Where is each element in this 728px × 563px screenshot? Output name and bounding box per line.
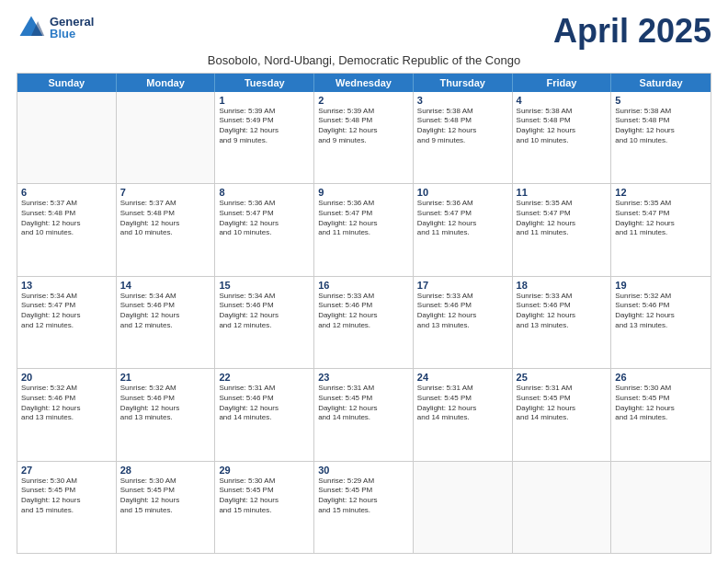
day-info: Sunrise: 5:35 AMSunset: 5:47 PMDaylight:… xyxy=(517,199,608,238)
table-row: 25Sunrise: 5:31 AMSunset: 5:45 PMDayligh… xyxy=(513,369,612,460)
day-number: 20 xyxy=(21,372,112,383)
table-row: 13Sunrise: 5:34 AMSunset: 5:47 PMDayligh… xyxy=(17,277,117,368)
day-info: Sunrise: 5:35 AMSunset: 5:47 PMDaylight:… xyxy=(615,199,707,238)
table-row xyxy=(17,92,117,183)
calendar-week-row: 13Sunrise: 5:34 AMSunset: 5:47 PMDayligh… xyxy=(17,277,711,369)
table-row: 30Sunrise: 5:29 AMSunset: 5:45 PMDayligh… xyxy=(314,462,414,553)
table-row xyxy=(414,462,513,553)
day-info: Sunrise: 5:33 AMSunset: 5:46 PMDaylight:… xyxy=(517,292,608,331)
day-number: 8 xyxy=(219,187,310,198)
day-info: Sunrise: 5:33 AMSunset: 5:46 PMDaylight:… xyxy=(318,292,409,331)
table-row: 22Sunrise: 5:31 AMSunset: 5:46 PMDayligh… xyxy=(215,369,314,460)
day-info: Sunrise: 5:29 AMSunset: 5:45 PMDaylight:… xyxy=(318,477,409,516)
day-info: Sunrise: 5:36 AMSunset: 5:47 PMDaylight:… xyxy=(417,199,508,238)
table-row: 20Sunrise: 5:32 AMSunset: 5:46 PMDayligh… xyxy=(17,369,117,460)
title-block: April 2025 xyxy=(553,13,711,50)
day-info: Sunrise: 5:31 AMSunset: 5:45 PMDaylight:… xyxy=(318,384,409,423)
calendar-header: SundayMondayTuesdayWednesdayThursdayFrid… xyxy=(17,74,711,92)
calendar-week-row: 1Sunrise: 5:39 AMSunset: 5:49 PMDaylight… xyxy=(17,92,711,184)
day-number: 28 xyxy=(120,465,211,476)
table-row: 2Sunrise: 5:39 AMSunset: 5:48 PMDaylight… xyxy=(314,92,414,183)
day-number: 9 xyxy=(318,187,409,198)
day-info: Sunrise: 5:37 AMSunset: 5:48 PMDaylight:… xyxy=(21,199,112,238)
day-number: 30 xyxy=(318,465,409,476)
day-of-week-header: Friday xyxy=(513,74,612,92)
table-row: 23Sunrise: 5:31 AMSunset: 5:45 PMDayligh… xyxy=(314,369,414,460)
day-number: 17 xyxy=(417,280,508,291)
day-info: Sunrise: 5:30 AMSunset: 5:45 PMDaylight:… xyxy=(615,384,707,423)
table-row: 4Sunrise: 5:38 AMSunset: 5:48 PMDaylight… xyxy=(513,92,612,183)
logo-text: General Blue xyxy=(50,16,94,40)
table-row: 26Sunrise: 5:30 AMSunset: 5:45 PMDayligh… xyxy=(611,369,711,460)
day-info: Sunrise: 5:31 AMSunset: 5:45 PMDaylight:… xyxy=(417,384,508,423)
table-row: 28Sunrise: 5:30 AMSunset: 5:45 PMDayligh… xyxy=(117,462,216,553)
table-row: 5Sunrise: 5:38 AMSunset: 5:48 PMDaylight… xyxy=(611,92,711,183)
table-row: 21Sunrise: 5:32 AMSunset: 5:46 PMDayligh… xyxy=(117,369,216,460)
table-row: 6Sunrise: 5:37 AMSunset: 5:48 PMDaylight… xyxy=(17,184,117,275)
day-info: Sunrise: 5:38 AMSunset: 5:48 PMDaylight:… xyxy=(517,107,608,146)
table-row: 15Sunrise: 5:34 AMSunset: 5:46 PMDayligh… xyxy=(215,277,314,368)
calendar: SundayMondayTuesdayWednesdayThursdayFrid… xyxy=(17,73,711,554)
day-of-week-header: Saturday xyxy=(611,74,711,92)
day-info: Sunrise: 5:31 AMSunset: 5:45 PMDaylight:… xyxy=(517,384,608,423)
table-row xyxy=(117,92,216,183)
day-info: Sunrise: 5:32 AMSunset: 5:46 PMDaylight:… xyxy=(21,384,112,423)
day-info: Sunrise: 5:34 AMSunset: 5:47 PMDaylight:… xyxy=(21,292,112,331)
day-number: 15 xyxy=(219,280,310,291)
logo: General Blue xyxy=(17,13,94,42)
header: General Blue April 2025 xyxy=(17,13,711,50)
table-row: 10Sunrise: 5:36 AMSunset: 5:47 PMDayligh… xyxy=(414,184,513,275)
day-info: Sunrise: 5:32 AMSunset: 5:46 PMDaylight:… xyxy=(615,292,707,331)
day-number: 18 xyxy=(517,280,608,291)
table-row: 14Sunrise: 5:34 AMSunset: 5:46 PMDayligh… xyxy=(117,277,216,368)
day-info: Sunrise: 5:36 AMSunset: 5:47 PMDaylight:… xyxy=(219,199,310,238)
day-number: 6 xyxy=(21,187,112,198)
day-of-week-header: Sunday xyxy=(17,74,117,92)
table-row: 24Sunrise: 5:31 AMSunset: 5:45 PMDayligh… xyxy=(414,369,513,460)
day-info: Sunrise: 5:38 AMSunset: 5:48 PMDaylight:… xyxy=(615,107,707,146)
day-number: 25 xyxy=(517,372,608,383)
day-info: Sunrise: 5:38 AMSunset: 5:48 PMDaylight:… xyxy=(417,107,508,146)
day-info: Sunrise: 5:36 AMSunset: 5:47 PMDaylight:… xyxy=(318,199,409,238)
table-row: 29Sunrise: 5:30 AMSunset: 5:45 PMDayligh… xyxy=(215,462,314,553)
day-number: 29 xyxy=(219,465,310,476)
day-info: Sunrise: 5:30 AMSunset: 5:45 PMDaylight:… xyxy=(120,477,211,516)
calendar-body: 1Sunrise: 5:39 AMSunset: 5:49 PMDaylight… xyxy=(17,92,711,553)
month-year: April 2025 xyxy=(553,13,711,50)
day-number: 4 xyxy=(517,95,608,106)
day-number: 22 xyxy=(219,372,310,383)
table-row: 11Sunrise: 5:35 AMSunset: 5:47 PMDayligh… xyxy=(513,184,612,275)
day-info: Sunrise: 5:33 AMSunset: 5:46 PMDaylight:… xyxy=(417,292,508,331)
table-row: 1Sunrise: 5:39 AMSunset: 5:49 PMDaylight… xyxy=(215,92,314,183)
day-number: 10 xyxy=(417,187,508,198)
table-row xyxy=(611,462,711,553)
day-info: Sunrise: 5:37 AMSunset: 5:48 PMDaylight:… xyxy=(120,199,211,238)
page: General Blue April 2025 Bosobolo, Nord-U… xyxy=(0,0,728,563)
day-info: Sunrise: 5:39 AMSunset: 5:49 PMDaylight:… xyxy=(219,107,310,146)
subtitle: Bosobolo, Nord-Ubangi, Democratic Republ… xyxy=(17,53,711,67)
table-row: 3Sunrise: 5:38 AMSunset: 5:48 PMDaylight… xyxy=(414,92,513,183)
day-info: Sunrise: 5:30 AMSunset: 5:45 PMDaylight:… xyxy=(219,477,310,516)
day-number: 5 xyxy=(615,95,707,106)
table-row xyxy=(513,462,612,553)
table-row: 8Sunrise: 5:36 AMSunset: 5:47 PMDaylight… xyxy=(215,184,314,275)
day-number: 1 xyxy=(219,95,310,106)
day-number: 2 xyxy=(318,95,409,106)
day-info: Sunrise: 5:31 AMSunset: 5:46 PMDaylight:… xyxy=(219,384,310,423)
day-of-week-header: Thursday xyxy=(414,74,513,92)
day-of-week-header: Wednesday xyxy=(314,74,414,92)
day-number: 3 xyxy=(417,95,508,106)
day-number: 26 xyxy=(615,372,707,383)
day-number: 11 xyxy=(517,187,608,198)
table-row: 12Sunrise: 5:35 AMSunset: 5:47 PMDayligh… xyxy=(611,184,711,275)
day-number: 12 xyxy=(615,187,707,198)
day-info: Sunrise: 5:32 AMSunset: 5:46 PMDaylight:… xyxy=(120,384,211,423)
day-number: 16 xyxy=(318,280,409,291)
day-number: 7 xyxy=(120,187,211,198)
table-row: 19Sunrise: 5:32 AMSunset: 5:46 PMDayligh… xyxy=(611,277,711,368)
table-row: 16Sunrise: 5:33 AMSunset: 5:46 PMDayligh… xyxy=(314,277,414,368)
day-info: Sunrise: 5:34 AMSunset: 5:46 PMDaylight:… xyxy=(120,292,211,331)
table-row: 9Sunrise: 5:36 AMSunset: 5:47 PMDaylight… xyxy=(314,184,414,275)
day-number: 27 xyxy=(21,465,112,476)
calendar-week-row: 27Sunrise: 5:30 AMSunset: 5:45 PMDayligh… xyxy=(17,462,711,553)
